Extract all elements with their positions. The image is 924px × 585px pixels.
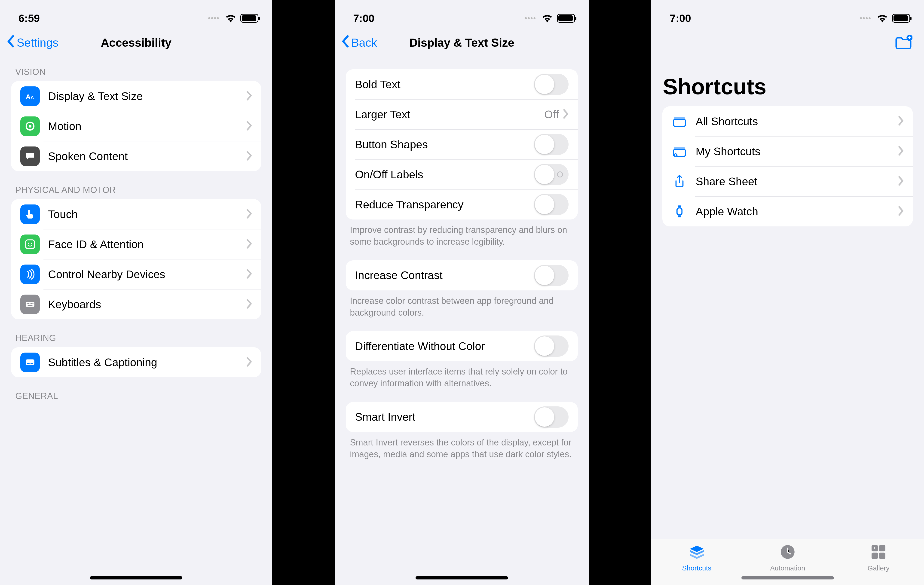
row-onoff-labels: On/Off Labels	[346, 160, 578, 190]
section-header-vision: VISION	[11, 58, 261, 81]
svg-point-6	[31, 242, 32, 244]
chevron-right-icon	[246, 269, 252, 280]
group-footer: Smart Invert reverses the colors of the …	[346, 432, 578, 461]
svg-text:A: A	[26, 93, 31, 101]
row-label: My Shortcuts	[696, 145, 898, 158]
svg-rect-11	[31, 303, 32, 304]
row-button-shapes: Button Shapes	[346, 129, 578, 160]
toggle-onoff-labels[interactable]	[534, 164, 569, 185]
row-display-text-size[interactable]: AA Display & Text Size	[11, 81, 261, 111]
chevron-right-icon	[246, 120, 252, 132]
svg-rect-8	[26, 303, 28, 304]
tab-label: Gallery	[868, 564, 889, 572]
toggle-button-shapes[interactable]	[534, 134, 569, 155]
status-right: ••••	[860, 14, 910, 23]
nav-bar	[651, 28, 924, 58]
group-footer: Increase color contrast between app fore…	[346, 290, 578, 320]
toggle-smart-invert[interactable]	[534, 406, 569, 428]
status-right: ••••	[208, 14, 258, 23]
toggle-reduce-transparency[interactable]	[534, 194, 569, 215]
svg-rect-19	[673, 119, 685, 126]
svg-text:A: A	[31, 95, 34, 100]
toggle-bold-text[interactable]	[534, 74, 569, 95]
status-bar: 6:59 ••••	[0, 0, 272, 28]
folder-icon	[672, 114, 687, 129]
wifi-icon	[542, 14, 553, 22]
back-button[interactable]: Back	[342, 35, 377, 51]
row-reduce-transparency: Reduce Transparency	[346, 190, 578, 219]
svg-rect-18	[674, 117, 685, 119]
grid-icon: +	[870, 543, 887, 562]
chevron-right-icon	[898, 146, 904, 157]
row-touch[interactable]: Touch	[11, 199, 261, 229]
back-label: Back	[351, 36, 377, 49]
row-label: Share Sheet	[696, 175, 898, 188]
keyboard-icon	[20, 295, 40, 314]
row-label: Increase Contrast	[355, 269, 534, 282]
stack-icon	[688, 543, 706, 562]
nearby-icon	[20, 265, 40, 284]
row-label: Reduce Transparency	[355, 198, 534, 211]
chevron-right-icon	[898, 206, 904, 217]
screen-display-text-size: 7:00 •••• Back Display & Text Size Bold …	[335, 0, 589, 585]
chevron-right-icon	[246, 357, 252, 368]
tab-gallery[interactable]: + Gallery	[833, 543, 924, 585]
row-control-nearby[interactable]: Control Nearby Devices	[11, 259, 261, 289]
svg-rect-13	[28, 305, 33, 306]
svg-rect-20	[674, 147, 685, 149]
cellular-dots-icon: ••••	[860, 14, 871, 22]
svg-rect-30	[871, 553, 878, 559]
svg-point-3	[29, 125, 32, 128]
group-physical: Touch Face ID & Attention Control Nearby…	[11, 199, 261, 319]
toggle-differentiate-without-color[interactable]	[534, 336, 569, 357]
row-label: On/Off Labels	[355, 168, 534, 181]
share-icon	[672, 173, 687, 189]
svg-rect-4	[26, 240, 35, 249]
faceid-icon	[20, 234, 40, 254]
row-my-shortcuts[interactable]: My Shortcuts	[662, 136, 913, 166]
back-button[interactable]: Settings	[7, 35, 58, 51]
chevron-left-icon	[7, 35, 15, 51]
row-label: Spoken Content	[48, 150, 246, 163]
group-shortcuts: All Shortcuts My Shortcuts Share Sheet A…	[662, 106, 913, 226]
home-indicator[interactable]	[90, 576, 182, 580]
row-bold-text: Bold Text	[346, 69, 578, 99]
status-time: 7:00	[353, 12, 375, 25]
row-label: Keyboards	[48, 298, 246, 311]
row-subtitles[interactable]: Subtitles & Captioning	[11, 347, 261, 377]
chevron-right-icon	[898, 176, 904, 187]
home-indicator[interactable]	[416, 576, 508, 580]
row-all-shortcuts[interactable]: All Shortcuts	[662, 106, 913, 136]
toggle-increase-contrast[interactable]	[534, 265, 569, 286]
row-keyboards[interactable]: Keyboards	[11, 289, 261, 319]
group-footer: Improve contrast by reducing transparenc…	[346, 219, 578, 249]
row-label: Display & Text Size	[48, 90, 246, 102]
svg-text:+: +	[873, 545, 876, 550]
row-motion[interactable]: Motion	[11, 111, 261, 141]
add-folder-button[interactable]	[894, 35, 912, 51]
row-label: Larger Text	[355, 108, 544, 121]
group-vision: AA Display & Text Size Motion Spoken Con…	[11, 81, 261, 171]
row-label: Subtitles & Captioning	[48, 356, 246, 369]
row-label: Motion	[48, 120, 246, 133]
row-spoken-content[interactable]: Spoken Content	[11, 141, 261, 171]
back-label: Settings	[16, 36, 58, 49]
status-bar: 7:00 ••••	[335, 0, 589, 28]
row-increase-contrast: Increase Contrast	[346, 260, 578, 290]
folder-person-icon	[672, 143, 687, 159]
row-faceid[interactable]: Face ID & Attention	[11, 229, 261, 259]
svg-rect-7	[26, 302, 35, 307]
row-share-sheet[interactable]: Share Sheet	[662, 166, 913, 196]
row-apple-watch[interactable]: Apple Watch	[662, 196, 913, 226]
tab-shortcuts[interactable]: Shortcuts	[651, 543, 742, 585]
row-larger-text[interactable]: Larger Text Off	[346, 99, 578, 129]
chevron-left-icon	[342, 35, 350, 51]
svg-rect-9	[28, 303, 29, 304]
svg-rect-31	[879, 553, 885, 559]
motion-icon	[20, 117, 40, 136]
status-time: 7:00	[670, 12, 691, 25]
svg-rect-25	[678, 205, 681, 208]
svg-rect-16	[31, 363, 33, 364]
home-indicator[interactable]	[741, 576, 834, 580]
section-header-hearing: HEARING	[11, 319, 261, 347]
